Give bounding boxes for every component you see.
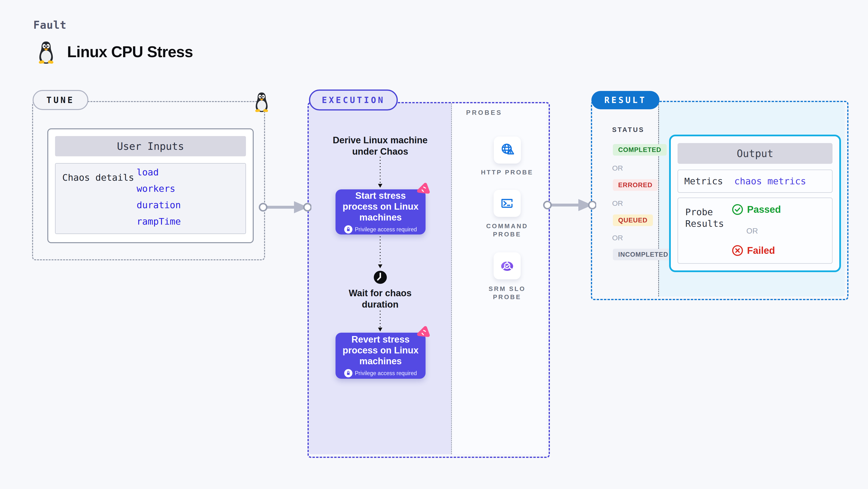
start-stress-step-button[interactable]: Start stress process on Linux machines P…	[336, 189, 426, 234]
input-link-load[interactable]: load	[136, 167, 181, 177]
input-link-workers[interactable]: workers	[136, 184, 181, 193]
status-badge-queued: QUEUED	[613, 215, 653, 226]
page-title: Linux CPU Stress	[67, 43, 193, 61]
command-probe-card[interactable]	[494, 190, 521, 217]
check-circle-icon	[732, 204, 743, 215]
probe-results-row: Probe Results Passed OR	[678, 198, 833, 264]
http-probe-label: HTTP PROBE	[468, 168, 546, 176]
input-link-duration[interactable]: duration	[136, 200, 181, 210]
connector-execution-to-result	[541, 198, 596, 212]
failed-result: Failed	[732, 245, 775, 256]
start-stress-title: Start stress process on Linux machines	[340, 190, 422, 223]
metrics-label: Metrics	[684, 176, 734, 187]
chaos-fault-diagram: Fault Linux CPU Stress TUNE	[0, 0, 868, 489]
passed-result: Passed	[732, 204, 781, 215]
privilege-note-text: Privilege access required	[355, 226, 417, 233]
wait-duration-text: Wait for chaos duration	[322, 288, 438, 310]
linux-tux-small-icon	[253, 92, 270, 113]
input-link-ramptime[interactable]: rampTime	[136, 217, 181, 226]
execution-section-badge: EXECUTION	[309, 90, 398, 110]
terminal-icon	[499, 196, 515, 211]
fault-eyebrow: Fault	[33, 19, 66, 31]
linux-tux-icon	[36, 40, 56, 65]
command-probe-label: COMMAND PROBE	[468, 222, 546, 238]
or-separator: OR	[746, 227, 758, 235]
srm-slo-probe-card[interactable]	[494, 252, 521, 280]
http-probe-card[interactable]	[494, 136, 521, 164]
output-title: Output	[678, 143, 833, 164]
globe-alert-icon	[499, 142, 515, 158]
or-separator: OR	[612, 164, 623, 172]
chaos-input-list: load workers duration rampTime	[136, 167, 181, 226]
x-circle-icon	[732, 245, 743, 256]
status-badge-completed: COMPLETED	[613, 144, 667, 156]
status-badge-incompleted: INCOMPLETED	[613, 249, 674, 260]
result-status-divider	[658, 102, 659, 296]
metrics-row: Metrics chaos metrics	[678, 170, 833, 193]
or-separator: OR	[612, 199, 623, 207]
chaos-spark-icon	[415, 324, 430, 340]
revert-stress-title: Revert stress process on Linux machines	[340, 334, 422, 367]
or-separator: OR	[612, 234, 623, 242]
arrow-derive-to-start	[377, 157, 383, 189]
privilege-note-text: Privilege access required	[355, 370, 417, 377]
user-inputs-title: User Inputs	[55, 136, 246, 156]
privilege-note: Privilege access required	[344, 225, 417, 233]
probe-results-label: Probe Results	[685, 206, 736, 229]
connector-tune-to-execution	[257, 200, 311, 214]
probes-section-label: PROBES	[466, 109, 502, 117]
lock-icon	[344, 369, 352, 377]
status-column-label: STATUS	[612, 126, 645, 134]
tune-section-badge: TUNE	[33, 90, 88, 110]
clock-icon	[373, 270, 387, 284]
arrow-wait-to-revert	[377, 311, 383, 332]
derive-machine-text: Derive Linux machine under Chaos	[322, 135, 438, 157]
privilege-note: Privilege access required	[344, 369, 417, 377]
chaos-metrics-link[interactable]: chaos metrics	[734, 176, 806, 187]
chaos-spark-icon	[415, 181, 430, 197]
execution-probes-divider	[451, 103, 452, 454]
revert-stress-step-button[interactable]: Revert stress process on Linux machines …	[336, 333, 426, 379]
chaos-details-label: Chaos details	[62, 172, 134, 183]
result-section-badge: RESULT	[591, 91, 659, 109]
slo-gauge-icon	[499, 258, 515, 274]
chaos-details-row: Chaos details load workers duration ramp…	[55, 163, 246, 234]
user-inputs-card: User Inputs Chaos details load workers d…	[47, 128, 254, 243]
status-badge-errored: ERRORED	[613, 179, 658, 191]
passed-label: Passed	[747, 204, 781, 215]
failed-label: Failed	[747, 245, 775, 256]
arrow-start-to-wait	[377, 236, 383, 269]
lock-icon	[344, 225, 352, 233]
output-card: Output Metrics chaos metrics Probe Resul…	[669, 135, 841, 272]
srm-slo-probe-label: SRM SLO PROBE	[468, 285, 546, 301]
